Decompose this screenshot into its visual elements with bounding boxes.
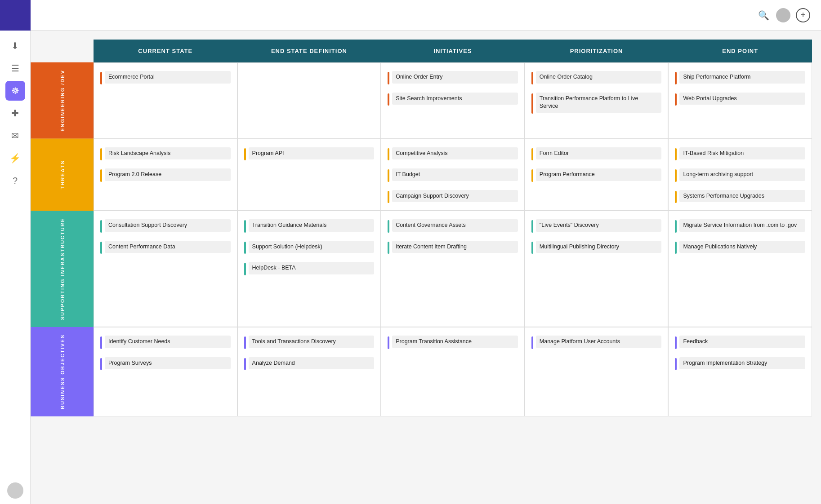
cell-infrastructure-col3: "Live Events" DiscoveryMultilingual Publ… [525,211,669,327]
list-item[interactable]: HelpDesk - BETA [244,259,375,277]
list-item[interactable]: Program API [244,145,375,163]
card-bar [100,169,102,182]
list-item[interactable]: Manage Platform User Accounts [531,333,662,351]
add-button[interactable]: + [796,8,810,22]
card-bar [675,358,677,371]
card-text: Feedback [679,336,805,348]
card-text: Transition Performance Platform to Live … [536,93,662,113]
roadmap-table: CURRENT STATEEND STATE DEFINITIONINITIAT… [31,40,812,416]
list-item[interactable]: Program Surveys [100,354,231,372]
card-text: Online Order Catalog [536,71,662,84]
list-item[interactable]: Identify Customer Needs [100,333,231,351]
card-text: Risk Landscape Analysis [105,147,231,160]
card-text: Ecommerce Portal [105,71,231,84]
list-item[interactable]: Manage Publications Natively [675,238,805,256]
list-item[interactable]: Program Performance [531,166,662,184]
list-item[interactable]: Web Portal Upgrades [675,90,805,108]
list-item[interactable]: Consultation Support Discovery [100,217,231,234]
col-header-3: PRIORITIZATION [525,40,669,62]
cell-engineering-col3: Online Order CatalogTransition Performan… [525,62,669,139]
sidebar-item-download[interactable]: ⬇ [5,36,25,56]
list-item[interactable]: Ecommerce Portal [100,68,231,86]
card-bar [531,336,533,349]
user-avatar[interactable] [776,8,790,22]
list-item[interactable]: Analyze Demand [244,354,375,372]
list-item[interactable]: Migrate Service Information from .com to… [675,217,805,234]
card-text: Program Performance [536,168,662,181]
card-text: Transition Guidance Materials [249,219,375,232]
list-item[interactable]: Long-term archiving support [675,166,805,184]
cell-engineering-col1 [237,62,381,139]
cell-business-col2: Program Transition Assistance [381,327,525,416]
card-bar [244,220,246,233]
list-item[interactable]: Feedback [675,333,805,351]
list-item[interactable]: Transition Performance Platform to Live … [531,90,662,115]
list-item[interactable]: Risk Landscape Analysis [100,145,231,163]
cell-business-col3: Manage Platform User Accounts [525,327,669,416]
list-item[interactable]: Systems Performance Upgrades [675,187,805,205]
card-text: Content Governance Assets [392,219,518,232]
sidebar-item-help[interactable]: ? [5,171,25,190]
list-item[interactable]: Form Editor [531,145,662,163]
list-item[interactable]: "Live Events" Discovery [531,217,662,234]
card-bar [675,169,677,182]
card-bar [388,148,389,161]
sidebar-item-lightning[interactable]: ⚡ [5,148,25,168]
roadmap-container: CURRENT STATEEND STATE DEFINITIONINITIAT… [31,31,821,504]
card-text: Form Editor [536,147,662,160]
card-text: Multilingual Publishing Directory [536,241,662,253]
list-item[interactable]: Online Order Catalog [531,68,662,86]
card-text: "Live Events" Discovery [536,219,662,232]
card-text: Consultation Support Discovery [105,219,231,232]
cell-engineering-col4: Ship Performance PlatformWeb Portal Upgr… [668,62,812,139]
card-text: Program Transition Assistance [392,336,518,348]
card-text: Analyze Demand [249,357,375,370]
list-item[interactable]: Multilingual Publishing Directory [531,238,662,256]
card-bar [531,169,533,182]
cell-threats-col4: IT-Based Risk MitigationLong-term archiv… [668,139,812,211]
list-item[interactable]: Iterate Content Item Drafting [388,238,518,256]
row-label-infrastructure: SUPPORTING INFRASTRUCTURE [31,211,94,327]
col-header-4: END POINT [668,40,812,62]
card-bar [675,148,677,161]
cell-infrastructure-col0: Consultation Support DiscoveryContent Pe… [94,211,237,327]
list-item[interactable]: IT Budget [388,166,518,184]
col-header-0: CURRENT STATE [94,40,237,62]
list-item[interactable]: Support Solution (Helpdesk) [244,238,375,256]
sidebar-item-list[interactable]: ☰ [5,58,25,78]
card-bar [100,358,102,371]
card-bar [100,72,102,84]
sidebar-item-roadmap[interactable]: ☸ [5,81,25,101]
card-bar [388,169,389,182]
search-icon[interactable]: 🔍 [756,8,771,22]
list-item[interactable]: Online Order Entry [388,68,518,86]
sidebar-item-add[interactable]: ✚ [5,103,25,123]
list-item[interactable]: Program Implementation Strategy [675,354,805,372]
main-area: 🔍 + CURRENT STATEEND STATE DEFINITIONINI… [31,0,821,504]
cell-infrastructure-col4: Migrate Service Information from .com to… [668,211,812,327]
list-item[interactable]: Competitive Analysis [388,145,518,163]
card-text: Support Solution (Helpdesk) [249,241,375,253]
sidebar-item-bell[interactable]: ✉ [5,126,25,146]
list-item[interactable]: Site Search Improvements [388,90,518,108]
row-label-threats: THREATS [31,139,94,211]
card-text: Long-term archiving support [679,168,805,181]
list-item[interactable]: Program 2.0 Release [100,166,231,184]
list-item[interactable]: Tools and Transactions Discovery [244,333,375,351]
list-item[interactable]: Program Transition Assistance [388,333,518,351]
card-text: Ship Performance Platform [679,71,805,84]
card-bar [675,220,677,233]
list-item[interactable]: Ship Performance Platform [675,68,805,86]
list-item[interactable]: Transition Guidance Materials [244,217,375,234]
list-item[interactable]: Content Governance Assets [388,217,518,234]
list-item[interactable]: Content Performance Data [100,238,231,256]
list-item[interactable]: Campaign Support Discovery [388,187,518,205]
cell-engineering-col0: Ecommerce Portal [94,62,237,139]
card-text: Program 2.0 Release [105,168,231,181]
card-text: HelpDesk - BETA [249,262,375,274]
app-logo[interactable] [0,0,31,31]
col-header-1: END STATE DEFINITION [237,40,381,62]
card-text: Migrate Service Information from .com to… [679,219,805,232]
list-item[interactable]: IT-Based Risk Mitigation [675,145,805,163]
card-bar [388,93,389,106]
